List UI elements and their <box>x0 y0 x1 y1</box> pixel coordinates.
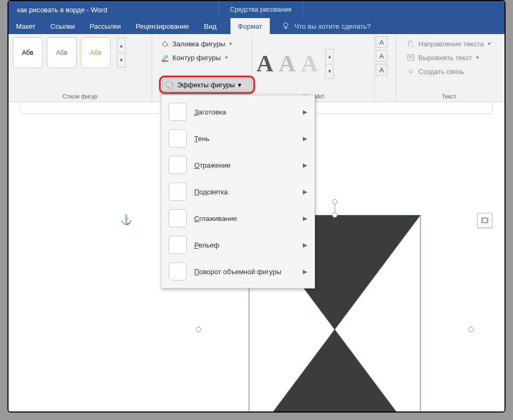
title-bar: как рисовать в ворде - Word Средства рис… <box>9 1 504 18</box>
chevron-down-icon: ▾ <box>476 55 479 60</box>
menu-item-3d-rotation[interactable]: Поворот объемной фигуры ▶ <box>161 258 315 285</box>
pen-outline-icon <box>161 53 169 62</box>
shape-style-item[interactable]: Абв <box>81 37 111 68</box>
shape-effects-icon <box>166 80 174 89</box>
chevron-down-icon: ▾ <box>225 55 228 60</box>
create-link-button[interactable]: Создать связь <box>403 65 494 78</box>
svg-rect-1 <box>285 27 287 29</box>
window-title: как рисовать в ворде - Word <box>9 6 218 14</box>
shadow-thumb-icon <box>169 129 187 147</box>
chevron-right-icon: ▶ <box>303 135 307 142</box>
tell-me-placeholder: Что вы хотите сделать? <box>294 22 371 30</box>
shape-styles-gallery[interactable]: Абв Абв Абв ▲ ▼ <box>13 37 126 68</box>
group-label-text: Текст <box>396 93 502 102</box>
gallery-scroll-up-icon[interactable]: ▲ <box>117 38 126 53</box>
lightbulb-icon <box>282 22 290 30</box>
tab-mailings[interactable]: Рассылки <box>82 18 128 34</box>
svg-rect-8 <box>168 84 173 88</box>
text-effects-button[interactable]: A <box>376 64 387 76</box>
ribbon: Абв Абв Абв ▲ ▼ Стили фигур Заливка фигу… <box>9 34 504 102</box>
gallery-scroll-down-icon[interactable]: ▼ <box>325 64 334 79</box>
chevron-down-icon: ▾ <box>488 41 491 46</box>
text-outline-button[interactable]: A <box>376 50 387 62</box>
chevron-right-icon: ▶ <box>303 268 307 275</box>
bevel-thumb-icon <box>169 236 187 254</box>
gallery-expand[interactable]: ▲ ▼ <box>325 49 334 79</box>
align-text-button[interactable]: Выровнять текст▾ <box>403 51 494 64</box>
svg-marker-10 <box>249 330 420 413</box>
svg-point-0 <box>284 23 288 27</box>
menu-item-preset[interactable]: Заготовка ▶ <box>161 98 315 125</box>
resize-handle-left[interactable] <box>196 327 201 332</box>
text-direction-icon <box>407 39 415 48</box>
tab-view[interactable]: Вид <box>196 18 224 34</box>
svg-point-2 <box>167 45 169 47</box>
tab-links[interactable]: Ссылки <box>43 18 82 34</box>
resize-handle-top[interactable] <box>332 212 337 218</box>
rotate-handle[interactable] <box>332 199 337 204</box>
wordart-gallery[interactable]: A A A ▲ ▼ <box>256 49 334 79</box>
shape-style-item[interactable]: Абв <box>47 37 77 68</box>
link-icon <box>407 67 415 76</box>
shape-effects-button[interactable]: Эффекты фигуры▾ <box>162 78 252 92</box>
shape-outline-button[interactable]: Контур фигуры▾ <box>158 51 235 64</box>
rotation-3d-thumb-icon <box>169 262 187 281</box>
chevron-down-icon: ▾ <box>238 81 242 89</box>
chevron-right-icon: ▶ <box>303 215 307 222</box>
shape-effects-menu: Заготовка ▶ Тень ▶ Отражение ▶ Подсветка… <box>161 95 315 289</box>
gallery-expand[interactable]: ▲ ▼ <box>117 38 126 68</box>
tab-layout[interactable]: Макет <box>9 18 43 34</box>
wordart-style-item[interactable]: A <box>256 50 274 77</box>
svg-rect-3 <box>162 61 168 62</box>
reflection-thumb-icon <box>169 156 187 174</box>
shape-fill-button[interactable]: Заливка фигуры▾ <box>158 37 235 50</box>
layout-options-button[interactable] <box>477 213 492 228</box>
menu-item-shadow[interactable]: Тень ▶ <box>161 125 315 152</box>
object-anchor-icon: ⚓ <box>120 214 132 226</box>
ribbon-tabs: Макет Ссылки Рассылки Рецензирование Вид… <box>9 18 504 34</box>
contextual-tab-label: Средства рисования <box>218 1 303 18</box>
menu-item-glow[interactable]: Подсветка ▶ <box>161 178 315 205</box>
text-fill-button[interactable]: A <box>376 36 387 48</box>
wordart-style-item[interactable]: A <box>301 50 318 77</box>
tab-format[interactable]: Формат <box>230 18 270 34</box>
chevron-right-icon: ▶ <box>303 162 307 169</box>
chevron-right-icon: ▶ <box>303 109 307 116</box>
rotate-connector <box>335 203 335 213</box>
menu-item-reflection[interactable]: Отражение ▶ <box>161 152 315 178</box>
chevron-right-icon: ▶ <box>303 188 307 195</box>
menu-item-bevel[interactable]: Рельеф ▶ <box>161 232 315 258</box>
resize-handle-right[interactable] <box>468 327 474 332</box>
align-text-icon <box>407 53 415 62</box>
glow-thumb-icon <box>169 183 187 201</box>
text-direction-button[interactable]: Направление текста▾ <box>403 37 494 50</box>
layout-options-icon <box>480 216 490 225</box>
menu-item-soft-edges[interactable]: Сглаживание ▶ <box>161 205 315 232</box>
gallery-scroll-up-icon[interactable]: ▲ <box>325 49 334 64</box>
shape-style-item[interactable]: Абв <box>13 37 43 68</box>
preset-thumb-icon <box>169 103 187 121</box>
chevron-down-icon: ▾ <box>229 41 232 46</box>
tab-review[interactable]: Рецензирование <box>128 18 196 34</box>
paint-bucket-icon <box>161 39 169 48</box>
chevron-right-icon: ▶ <box>303 242 307 249</box>
group-label-shape-styles: Стили фигур <box>9 93 152 102</box>
tell-me-search[interactable]: Что вы хотите сделать? <box>270 18 504 34</box>
soft-edges-thumb-icon <box>169 209 187 227</box>
wordart-style-item[interactable]: A <box>279 50 296 77</box>
gallery-scroll-down-icon[interactable]: ▼ <box>117 53 126 68</box>
